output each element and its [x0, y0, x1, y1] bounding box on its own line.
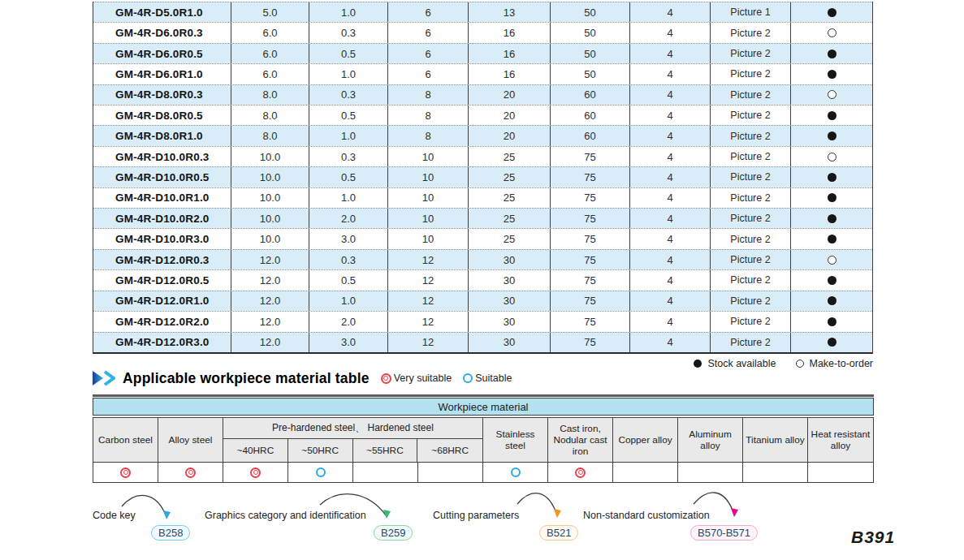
- very-suitable-icon: [185, 467, 196, 478]
- suitable-icon: [463, 373, 473, 383]
- suitability-cell: [158, 463, 223, 482]
- dimension-value: 5.0: [231, 2, 309, 22]
- dimension-value: 10: [388, 147, 469, 166]
- dimension-value: 30: [469, 333, 551, 352]
- dimension-value: 75: [551, 312, 630, 331]
- arrowhead-icon: [731, 508, 738, 517]
- picture-ref: Picture 2: [711, 333, 791, 352]
- dimension-value: 0.3: [309, 85, 388, 105]
- stock-cell: [791, 23, 872, 42]
- dimension-value: 12.0: [231, 333, 309, 352]
- dimension-value: 10.0: [231, 209, 309, 228]
- stock-cell: [791, 2, 872, 22]
- part-number: GM-4R-D6.0R1.0: [93, 64, 231, 84]
- dimension-value: 20: [469, 126, 551, 145]
- dimension-value: 4: [630, 167, 711, 187]
- dimension-value: 8: [388, 106, 469, 125]
- dimension-value: 8.0: [231, 126, 309, 145]
- picture-ref: Picture 2: [711, 106, 791, 125]
- suitability-legend: Very suitable Suitable: [381, 373, 512, 384]
- dimension-value: 6.0: [231, 23, 309, 42]
- stock-available-icon: [828, 317, 836, 326]
- part-number: GM-4R-D12.0R0.3: [93, 250, 231, 269]
- suitability-cell: [548, 463, 613, 482]
- very-suitable-icon: [120, 467, 131, 478]
- dimension-value: 75: [551, 147, 630, 166]
- dimension-value: 30: [469, 291, 551, 311]
- dimension-value: 4: [630, 270, 711, 290]
- stock-cell: [791, 291, 872, 311]
- very-suitable-icon: [381, 373, 391, 384]
- dimension-value: 3.0: [309, 333, 388, 352]
- dimension-value: 4: [630, 85, 711, 105]
- dimension-value: 4: [630, 106, 711, 125]
- part-number: GM-4R-D10.0R0.5: [93, 167, 231, 187]
- blue-double-chevron-icon: [93, 370, 115, 386]
- stock-available-icon: [828, 276, 836, 285]
- dimension-value: 50: [551, 2, 630, 22]
- reference-badge[interactable]: B570-B571: [690, 525, 758, 541]
- arrowhead-icon: [554, 509, 561, 518]
- table-row: GM-4R-D10.0R2.010.02.01025754Picture 2: [93, 208, 872, 228]
- table-row: GM-4R-D6.0R1.06.01.0616504Picture 2: [93, 63, 872, 84]
- reference-badge[interactable]: B521: [539, 525, 578, 541]
- dimension-value: 10.0: [231, 147, 309, 166]
- suitability-cell: [418, 463, 483, 482]
- part-number: GM-4R-D12.0R2.0: [93, 312, 231, 331]
- suitable-icon: [511, 467, 521, 477]
- dimension-value: 16: [469, 23, 551, 42]
- stock-cell: [791, 85, 872, 105]
- dimension-value: 25: [469, 167, 551, 187]
- stock-cell: [791, 209, 872, 228]
- page-number: B391: [851, 528, 895, 547]
- col-group-hardened-steel: Pre-hardened steel、 Hardened steel ~40HR…: [223, 418, 483, 462]
- stock-cell: [791, 64, 872, 84]
- picture-ref: Picture 2: [711, 312, 791, 331]
- picture-ref: Picture 2: [711, 64, 791, 84]
- dimension-value: 6: [388, 2, 469, 22]
- dimension-value: 10: [388, 209, 469, 228]
- dimension-value: 75: [551, 291, 630, 311]
- suitability-cell: [808, 463, 873, 482]
- part-number: GM-4R-D10.0R3.0: [93, 229, 231, 248]
- dimension-value: 1.0: [309, 291, 388, 311]
- dimension-value: 12.0: [231, 312, 309, 331]
- dimension-value: 60: [551, 106, 630, 125]
- suitability-cell: [353, 463, 418, 482]
- dimension-value: 12: [388, 291, 469, 311]
- part-number: GM-4R-D10.0R0.3: [93, 147, 231, 166]
- table-row: GM-4R-D6.0R0.36.00.3616504Picture 2: [93, 22, 872, 42]
- col-alloy-steel: Alloy steel: [158, 418, 223, 462]
- stock-cell: [791, 229, 872, 248]
- picture-ref: Picture 2: [711, 270, 791, 290]
- group-hardened-label: Pre-hardened steel、 Hardened steel: [223, 418, 482, 439]
- dimension-value: 20: [469, 85, 551, 105]
- dimension-value: 30: [469, 312, 551, 331]
- dimension-value: 1.0: [309, 64, 388, 84]
- dimension-value: 75: [551, 209, 630, 228]
- dimension-value: 12: [388, 250, 469, 269]
- dimension-value: 12: [388, 333, 469, 352]
- workpiece-suitability-row: [93, 462, 874, 483]
- stock-cell: [791, 106, 872, 125]
- dimension-value: 12: [388, 270, 469, 290]
- dimension-value: 4: [630, 23, 711, 42]
- dimension-value: 0.5: [309, 106, 388, 125]
- dimension-value: 6: [388, 44, 469, 63]
- table-row: GM-4R-D10.0R1.010.01.01025754Picture 2: [93, 187, 872, 208]
- picture-ref: Picture 2: [711, 167, 791, 187]
- stock-available-icon: [828, 50, 836, 58]
- reference-badge[interactable]: B258: [151, 525, 190, 541]
- suitability-cell: [223, 463, 288, 482]
- part-number: GM-4R-D6.0R0.5: [93, 44, 231, 63]
- stock-cell: [791, 270, 872, 290]
- table-row: GM-4R-D5.0R1.05.01.0613504Picture 1: [93, 2, 872, 22]
- stock-cell: [791, 188, 872, 208]
- arrowhead-icon: [383, 510, 391, 519]
- reference-badge[interactable]: B259: [374, 525, 413, 541]
- dimension-value: 16: [469, 44, 551, 63]
- stock-available-icon: [828, 70, 836, 79]
- table-row: GM-4R-D8.0R0.58.00.5820604Picture 2: [93, 105, 872, 125]
- table-row: GM-4R-D12.0R3.012.03.01230754Picture 2: [93, 332, 872, 352]
- annotation-label: Non-standard customization: [583, 510, 710, 521]
